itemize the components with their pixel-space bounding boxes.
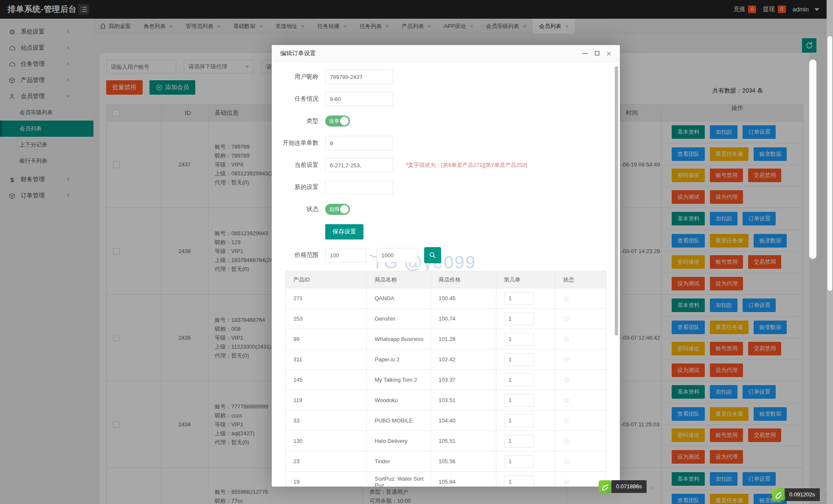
- type-toggle[interactable]: 连单: [325, 115, 350, 127]
- product-price: 105.51: [431, 431, 496, 451]
- order-input[interactable]: 1: [504, 414, 534, 427]
- price-range-label: 价格范围: [272, 251, 318, 259]
- new-setting-label: 新的设置: [272, 183, 318, 191]
- price-min-input[interactable]: [325, 248, 366, 262]
- product-row: 253 Genshin 100.74 1 ☆: [286, 309, 606, 329]
- perf-badge[interactable]: 0.071886s: [599, 480, 655, 493]
- close-icon[interactable]: ×: [606, 49, 611, 58]
- pcol-product-id: 产品ID: [286, 271, 367, 288]
- pcol-price: 商品价格: [431, 271, 496, 288]
- setting-note: *文字描述为：[第6单是产品271][第7单是产品253]: [406, 161, 527, 169]
- star-icon[interactable]: ☆: [563, 355, 570, 364]
- nickname-input[interactable]: [325, 70, 393, 84]
- product-price: 100.74: [431, 309, 496, 329]
- star-icon[interactable]: ☆: [563, 396, 570, 405]
- star-icon[interactable]: ☆: [563, 375, 570, 385]
- minimize-icon[interactable]: [582, 53, 588, 54]
- product-price: 101.28: [431, 329, 496, 349]
- product-id: 99: [286, 329, 367, 349]
- product-id: 119: [286, 390, 367, 410]
- product-id: 130: [286, 431, 367, 451]
- product-price: 102.42: [431, 349, 496, 369]
- task-label: 任务情况: [272, 95, 318, 103]
- modal-scrollbar-thumb[interactable]: [615, 66, 618, 335]
- product-name: QANDA: [367, 288, 431, 308]
- product-price: 105.84: [431, 472, 496, 487]
- task-input[interactable]: [325, 92, 393, 106]
- product-price: 105.56: [431, 451, 496, 471]
- product-row: 271 QANDA 100.45 1 ☆: [286, 288, 606, 309]
- product-price: 103.51: [431, 390, 496, 410]
- collapse-triangle-icon[interactable]: [822, 494, 828, 498]
- new-setting-input[interactable]: [325, 180, 393, 194]
- search-icon: [429, 251, 436, 259]
- product-table: 产品ID 商品名称 商品价格 第几单 状态 271 QANDA 100.45 1…: [285, 271, 606, 487]
- leaf-icon: [771, 487, 785, 502]
- product-row: 33 PUBG MOBILE 104.40 1 ☆: [286, 411, 606, 431]
- order-input[interactable]: 1: [504, 292, 534, 305]
- order-input[interactable]: 1: [504, 374, 534, 386]
- modal-title: 编辑订单设置: [280, 50, 316, 57]
- save-settings-button[interactable]: 保存设置: [325, 224, 363, 239]
- order-input[interactable]: 1: [504, 313, 534, 325]
- product-name: Whatsapp Business: [367, 329, 431, 349]
- product-id: 311: [286, 349, 367, 369]
- product-id: 253: [286, 309, 367, 329]
- pcol-order: 第几单: [496, 271, 556, 288]
- pcol-name: 商品名称: [367, 271, 431, 288]
- product-name: PUBG MOBILE: [367, 411, 431, 431]
- order-input[interactable]: 1: [504, 394, 534, 407]
- current-setting-label: 当前设置: [272, 161, 318, 169]
- product-row: 311 Paper.io 2 102.42 1 ☆: [286, 349, 606, 370]
- current-setting-input[interactable]: [325, 158, 393, 172]
- product-row: 99 Whatsapp Business 101.28 1 ☆: [286, 329, 606, 349]
- order-input[interactable]: 1: [504, 333, 534, 346]
- status-toggle[interactable]: 启用: [325, 204, 350, 215]
- start-count-label: 开始连单单数: [272, 139, 318, 147]
- star-icon[interactable]: ☆: [563, 477, 570, 487]
- product-price: 104.40: [431, 411, 496, 431]
- order-input[interactable]: 1: [504, 435, 534, 448]
- status-label: 状态: [272, 206, 318, 213]
- order-input[interactable]: 1: [504, 455, 534, 468]
- product-row: 130 Halo Delivery 105.51 1 ☆: [286, 431, 606, 451]
- product-price: 103.37: [431, 370, 496, 390]
- product-name: My Talking Tom 2: [367, 370, 431, 390]
- window-scrollbar-thumb[interactable]: [827, 36, 832, 291]
- maximize-icon[interactable]: [595, 51, 599, 56]
- star-icon[interactable]: ☆: [563, 436, 570, 446]
- product-row: 23 Tinder 105.56 1 ☆: [286, 451, 606, 472]
- window-scrollbar[interactable]: [827, 0, 833, 504]
- leaf-icon: [599, 480, 611, 493]
- product-id: 145: [286, 370, 367, 390]
- edit-order-settings-modal: 编辑订单设置 × TG @ye099 用户昵称 任务情况 类型 连单 开始连单单…: [272, 45, 620, 487]
- product-row: 145 My Talking Tom 2 103.37 1 ☆: [286, 370, 606, 390]
- product-name: Woodoku: [367, 390, 431, 410]
- product-row: 119 Woodoku 103.51 1 ☆: [286, 390, 606, 411]
- order-input[interactable]: 1: [504, 353, 534, 366]
- star-icon[interactable]: ☆: [563, 314, 570, 324]
- type-label: 类型: [272, 117, 318, 125]
- product-name: Paper.io 2: [367, 349, 431, 369]
- price-max-input[interactable]: [377, 248, 417, 262]
- product-name: Halo Delivery: [367, 431, 431, 451]
- product-name: Genshin: [367, 309, 431, 329]
- product-name: SortPuz: Water Sort Puz: [367, 472, 431, 487]
- product-id: 271: [286, 288, 367, 308]
- modal-header: 编辑订单设置 ×: [272, 45, 620, 62]
- perf-badge[interactable]: 0.091202s: [772, 488, 828, 501]
- price-search-button[interactable]: [424, 247, 441, 263]
- star-icon[interactable]: ☆: [563, 335, 570, 344]
- collapse-triangle-icon[interactable]: [649, 486, 655, 490]
- product-id: 23: [286, 451, 367, 471]
- order-input[interactable]: 1: [504, 476, 534, 487]
- product-id: 33: [286, 411, 367, 431]
- star-icon[interactable]: ☆: [563, 457, 570, 466]
- product-name: Tinder: [367, 451, 431, 471]
- product-row: 19 SortPuz: Water Sort Puz 105.84 1 ☆: [286, 472, 606, 487]
- start-count-input[interactable]: [325, 136, 393, 150]
- star-icon[interactable]: ☆: [563, 294, 570, 303]
- product-id: 19: [286, 472, 367, 487]
- content-scrollbar-thumb[interactable]: [809, 59, 816, 259]
- star-icon[interactable]: ☆: [563, 416, 570, 425]
